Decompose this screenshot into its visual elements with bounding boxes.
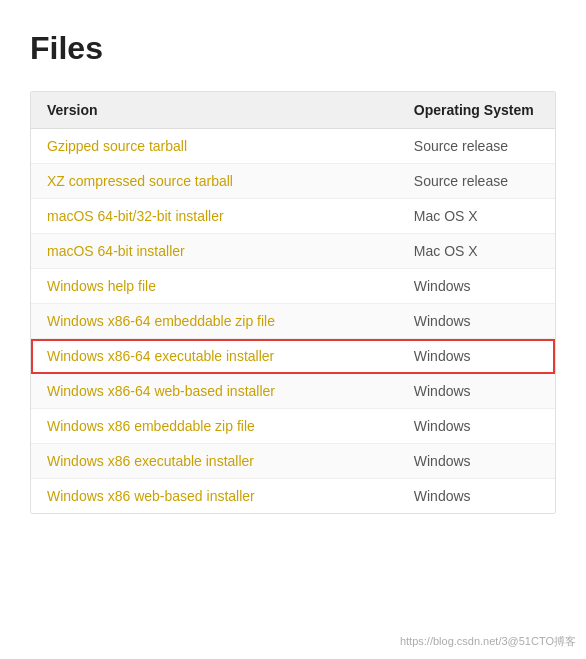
version-cell: macOS 64-bit installer	[31, 234, 398, 269]
version-link[interactable]: Windows help file	[47, 278, 156, 294]
table-row: macOS 64-bit/32-bit installerMac OS X	[31, 199, 555, 234]
os-cell: Windows	[398, 339, 555, 374]
os-cell: Source release	[398, 164, 555, 199]
version-column-header: Version	[31, 92, 398, 129]
os-cell: Windows	[398, 374, 555, 409]
version-link[interactable]: Gzipped source tarball	[47, 138, 187, 154]
files-table-container: Version Operating System Gzipped source …	[30, 91, 556, 514]
os-cell: Mac OS X	[398, 199, 555, 234]
version-link[interactable]: Windows x86 executable installer	[47, 453, 254, 469]
version-link[interactable]: Windows x86 embeddable zip file	[47, 418, 255, 434]
os-cell: Source release	[398, 129, 555, 164]
os-cell: Windows	[398, 444, 555, 479]
table-row: Windows x86 executable installerWindows	[31, 444, 555, 479]
table-row: Gzipped source tarballSource release	[31, 129, 555, 164]
version-cell: Windows x86 web-based installer	[31, 479, 398, 514]
table-row: Windows x86 embeddable zip fileWindows	[31, 409, 555, 444]
table-row: Windows help fileWindows	[31, 269, 555, 304]
os-cell: Mac OS X	[398, 234, 555, 269]
table-header-row: Version Operating System	[31, 92, 555, 129]
version-cell: Windows x86-64 embeddable zip file	[31, 304, 398, 339]
version-cell: Windows x86 embeddable zip file	[31, 409, 398, 444]
version-link[interactable]: Windows x86 web-based installer	[47, 488, 255, 504]
table-row: macOS 64-bit installerMac OS X	[31, 234, 555, 269]
version-cell: Windows x86-64 web-based installer	[31, 374, 398, 409]
version-link[interactable]: Windows x86-64 web-based installer	[47, 383, 275, 399]
version-link[interactable]: Windows x86-64 executable installer	[47, 348, 274, 364]
os-cell: Windows	[398, 269, 555, 304]
version-link[interactable]: macOS 64-bit/32-bit installer	[47, 208, 224, 224]
version-cell: Windows x86 executable installer	[31, 444, 398, 479]
table-row: Windows x86-64 web-based installerWindow…	[31, 374, 555, 409]
table-row: XZ compressed source tarballSource relea…	[31, 164, 555, 199]
version-cell: Gzipped source tarball	[31, 129, 398, 164]
page-title: Files	[30, 30, 556, 67]
version-cell: macOS 64-bit/32-bit installer	[31, 199, 398, 234]
version-link[interactable]: XZ compressed source tarball	[47, 173, 233, 189]
os-cell: Windows	[398, 409, 555, 444]
table-row: Windows x86-64 embeddable zip fileWindow…	[31, 304, 555, 339]
os-cell: Windows	[398, 304, 555, 339]
version-cell: Windows x86-64 executable installer	[31, 339, 398, 374]
files-table: Version Operating System Gzipped source …	[31, 92, 555, 513]
os-cell: Windows	[398, 479, 555, 514]
version-link[interactable]: Windows x86-64 embeddable zip file	[47, 313, 275, 329]
version-cell: Windows help file	[31, 269, 398, 304]
watermark: https://blog.csdn.net/3@51CTO搏客	[400, 634, 576, 649]
os-column-header: Operating System	[398, 92, 555, 129]
table-row: Windows x86 web-based installerWindows	[31, 479, 555, 514]
version-link[interactable]: macOS 64-bit installer	[47, 243, 185, 259]
version-cell: XZ compressed source tarball	[31, 164, 398, 199]
table-row: Windows x86-64 executable installerWindo…	[31, 339, 555, 374]
